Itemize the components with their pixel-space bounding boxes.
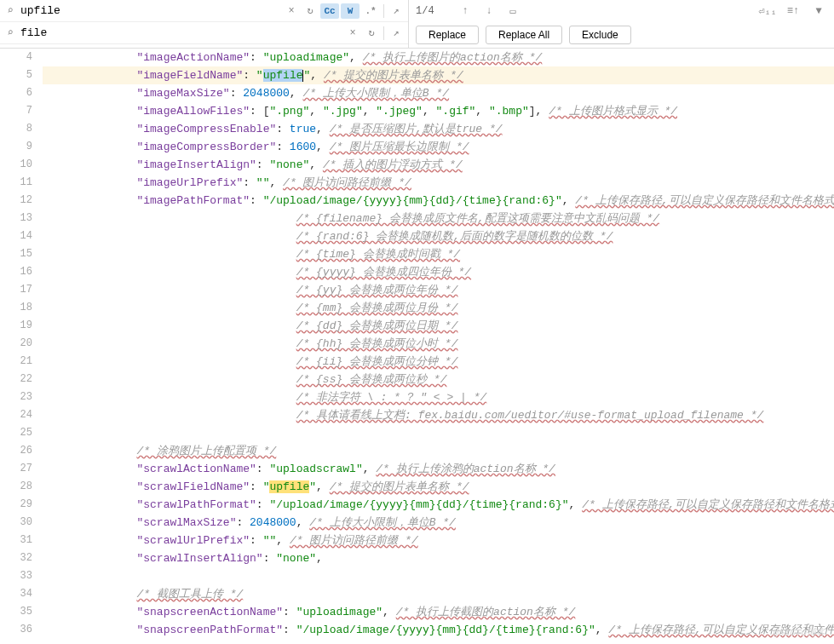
code-line[interactable]: "imageCompressBorder": 1600, /* 图片压缩最长边限… — [43, 138, 834, 156]
code-line[interactable]: "imageActionName": "uploadimage", /* 执行上… — [43, 49, 834, 66]
code-line[interactable]: /* 截图工具上传 */ — [43, 585, 834, 603]
whole-word-toggle[interactable]: W — [341, 3, 359, 19]
code-line[interactable]: "scrawlUrlPrefix": "", /* 图片访问路径前缀 */ — [43, 532, 834, 549]
clear-find-icon[interactable]: × — [283, 3, 300, 20]
code-line[interactable]: /* 涂鸦图片上传配置项 */ — [43, 442, 834, 460]
history-icon[interactable]: ↻ — [363, 25, 380, 42]
code-line[interactable]: "scrawlFieldName": "upfile", /* 提交的图片表单名… — [43, 478, 834, 496]
code-line[interactable]: /* {yy} 会替换成两位年份 */ — [43, 281, 834, 299]
code-line[interactable]: "scrawlPathFormat": "/upload/image/{yyyy… — [43, 496, 834, 514]
code-line[interactable]: /* {dd} 会替换成两位日期 */ — [43, 317, 834, 335]
regex-toggle[interactable]: .* — [361, 3, 380, 19]
code-line[interactable]: "imagePathFormat": "/upload/image/{yyyy}… — [43, 192, 834, 210]
find-input[interactable] — [17, 3, 283, 19]
search-icon: ⌕ — [3, 4, 17, 17]
code-line[interactable]: "imageMaxSize": 2048000, /* 上传大小限制，单位B *… — [43, 84, 834, 102]
code-line[interactable]: "imageAllowFiles": [".png", ".jpg", ".jp… — [43, 102, 834, 120]
clear-replace-icon[interactable]: × — [344, 25, 361, 42]
replace-button[interactable]: Replace — [416, 26, 479, 44]
search-icon: ⌕ — [3, 26, 17, 39]
tool-pane: 1/4 ↑ ↓ ▭ ⏎ᵢᵢ ≡↑ ▼ Replace Replace All E… — [408, 0, 834, 48]
exclude-button[interactable]: Exclude — [569, 26, 631, 44]
history-icon[interactable]: ↻ — [302, 3, 319, 20]
code-line[interactable]: "snapscreenPathFormat": "/upload/image/{… — [43, 621, 834, 639]
code-line[interactable]: /* {hh} 会替换成两位小时 */ — [43, 335, 834, 353]
expand-icon[interactable]: ↗ — [388, 25, 405, 42]
replace-all-button[interactable]: Replace All — [486, 26, 562, 44]
find-row: ⌕ × ↻ Cc W .* ↗ — [0, 0, 408, 22]
settings-icon[interactable]: ≡↑ — [785, 3, 802, 20]
code-line[interactable]: /* {yyyy} 会替换成四位年份 */ — [43, 263, 834, 281]
gutter: 4567891011121314151617181920212223242526… — [0, 49, 43, 644]
code-line[interactable]: "imageCompressEnable": true, /* 是否压缩图片,默… — [43, 120, 834, 138]
match-case-toggle[interactable]: Cc — [320, 3, 339, 19]
next-match-icon[interactable]: ↓ — [480, 3, 498, 20]
replace-row: ⌕ × ↻ ↗ — [0, 22, 408, 44]
find-replace-bar: ⌕ × ↻ Cc W .* ↗ ⌕ × ↻ ↗ 1/4 — [0, 0, 834, 49]
code-line[interactable]: /* {ii} 会替换成两位分钟 */ — [43, 353, 834, 371]
code-line[interactable] — [43, 424, 834, 442]
select-all-icon[interactable]: ▭ — [504, 3, 521, 20]
replace-input[interactable] — [17, 25, 344, 41]
code-line[interactable]: /* {rand:6} 会替换成随机数,后面的数字是随机数的位数 */ — [43, 227, 834, 245]
code-line[interactable]: /* {ss} 会替换成两位秒 */ — [43, 371, 834, 388]
code-line[interactable]: "scrawlInsertAlign": "none", — [43, 549, 834, 567]
code-line[interactable]: /* {mm} 会替换成两位月份 */ — [43, 299, 834, 317]
new-line-icon[interactable]: ⏎ᵢᵢ — [759, 3, 776, 20]
match-count: 1/4 — [416, 5, 450, 17]
prev-match-icon[interactable]: ↑ — [457, 3, 474, 20]
code-line[interactable]: "snapscreenActionName": "uploadimage", /… — [43, 603, 834, 621]
code-line[interactable]: "imageInsertAlign": "none", /* 插入的图片浮动方式… — [43, 156, 834, 174]
code-line[interactable]: "imageUrlPrefix": "", /* 图片访问路径前缀 */ — [43, 174, 834, 192]
editor[interactable]: 4567891011121314151617181920212223242526… — [0, 49, 834, 644]
code-line[interactable]: "scrawlActionName": "uploadscrawl", /* 执… — [43, 460, 834, 478]
filter-icon[interactable]: ▼ — [810, 3, 827, 20]
code-line[interactable]: /* {time} 会替换成时间戳 */ — [43, 245, 834, 263]
code-line[interactable] — [43, 567, 834, 585]
code-line[interactable]: /* 非法字符 \ : * ? " < > | */ — [43, 388, 834, 406]
code-line[interactable]: "imageFieldName": "upfile", /* 提交的图片表单名称… — [43, 66, 834, 84]
code-area[interactable]: "imageActionName": "uploadimage", /* 执行上… — [43, 49, 834, 644]
code-line[interactable]: /* 具体请看线上文档: fex.baidu.com/ueditor/#use-… — [43, 406, 834, 424]
code-line[interactable]: "scrawlMaxSize": 2048000, /* 上传大小限制，单位B … — [43, 514, 834, 532]
code-line[interactable]: /* {filename} 会替换成原文件名,配置这项需要注意中文乱码问题 */ — [43, 210, 834, 227]
expand-icon[interactable]: ↗ — [388, 3, 405, 20]
search-pane: ⌕ × ↻ Cc W .* ↗ ⌕ × ↻ ↗ — [0, 0, 408, 48]
